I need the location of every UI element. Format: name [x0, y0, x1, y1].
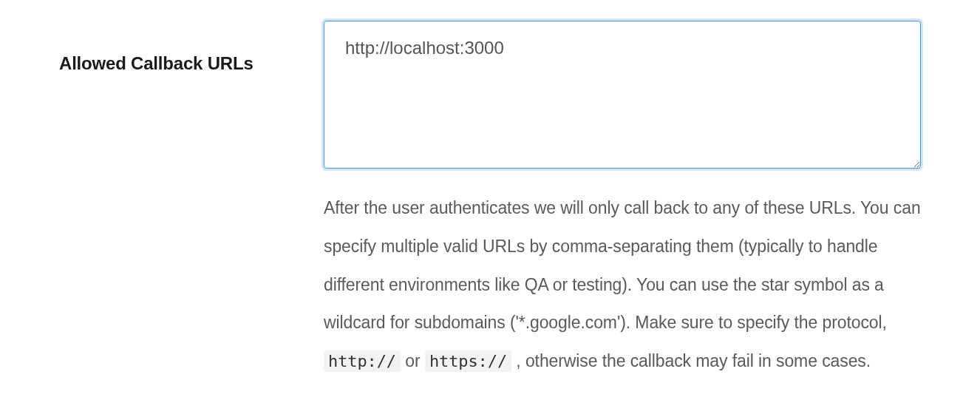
input-column: After the user authenticates we will onl…: [324, 21, 921, 381]
help-text: After the user authenticates we will onl…: [324, 189, 921, 381]
help-code-https: https://: [425, 350, 511, 372]
field-label: Allowed Callback URLs: [59, 53, 324, 74]
allowed-callback-urls-input[interactable]: [324, 21, 921, 169]
help-text-or: or: [405, 351, 425, 370]
label-column: Allowed Callback URLs: [59, 21, 324, 74]
help-text-prefix: After the user authenticates we will onl…: [324, 198, 921, 332]
form-row-callback-urls: Allowed Callback URLs After the user aut…: [0, 0, 980, 381]
help-code-http: http://: [324, 350, 401, 372]
help-text-suffix: , otherwise the callback may fail in som…: [516, 351, 871, 370]
